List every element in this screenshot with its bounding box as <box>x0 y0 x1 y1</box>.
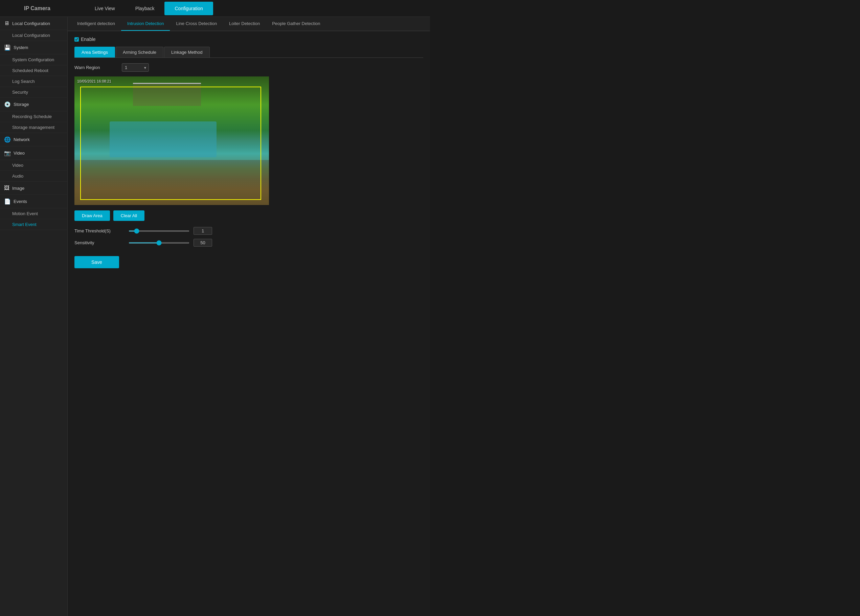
action-buttons: Draw Area Clear All <box>74 210 423 221</box>
sensitivity-value[interactable]: 50 <box>193 239 212 247</box>
tab-intrusion-detection[interactable]: Intrusion Detection <box>121 17 170 31</box>
warn-region-row: Warn Region 1 2 3 4 <box>74 63 423 72</box>
save-button[interactable]: Save <box>74 256 119 268</box>
sidebar-item-log-search[interactable]: Log Search <box>0 76 67 87</box>
nav-playback[interactable]: Playback <box>125 2 165 15</box>
camera-background: 10/05/2021 16:08:21 <box>74 77 269 205</box>
sidebar-section-label-video: Video <box>14 150 25 155</box>
time-threshold-value[interactable]: 1 <box>193 227 212 235</box>
sidebar-section-video[interactable]: 📷 Video <box>0 146 67 160</box>
camera-timestamp: 10/05/2021 16:08:21 <box>77 79 111 83</box>
sidebar-section-events[interactable]: 📄 Events <box>0 195 67 208</box>
sidebar-item-security[interactable]: Security <box>0 87 67 98</box>
sensitivity-slider-container: 50 <box>129 239 212 247</box>
sidebar-item-motion-event[interactable]: Motion Event <box>0 208 67 219</box>
sidebar-item-audio[interactable]: Audio <box>0 171 67 182</box>
sidebar-section-label-local: Local Configuration <box>12 21 50 26</box>
enable-row: Enable <box>74 36 423 42</box>
enable-label[interactable]: Enable <box>81 36 96 42</box>
sidebar-item-system-configuration[interactable]: System Configuration <box>0 55 67 65</box>
tab-line-cross-detection[interactable]: Line Cross Detection <box>170 17 223 31</box>
inner-tab-linkage-method[interactable]: Linkage Method <box>164 47 210 58</box>
sub-tabs: Intelligent detection Intrusion Detectio… <box>67 17 430 31</box>
network-icon: 🌐 <box>4 136 11 143</box>
sidebar-item-smart-event[interactable]: Smart Event <box>0 219 67 230</box>
sidebar-item-scheduled-reboot[interactable]: Scheduled Reboot <box>0 65 67 76</box>
sidebar: 🖥 Local Configuration Local Configuratio… <box>0 17 67 616</box>
warn-region-label: Warn Region <box>74 65 122 70</box>
sidebar-item-video[interactable]: Video <box>0 160 67 171</box>
sidebar-item-local-configuration[interactable]: Local Configuration <box>0 30 67 41</box>
tab-people-gather-detection[interactable]: People Gather Detection <box>266 17 326 31</box>
monitor-icon: 🖥 <box>4 20 9 27</box>
time-threshold-label: Time Threshold(S) <box>74 228 129 234</box>
events-icon: 📄 <box>4 198 11 205</box>
system-icon: 💾 <box>4 44 11 51</box>
header: IP Camera Live View Playback Configurati… <box>0 0 430 17</box>
sidebar-section-storage[interactable]: 💿 Storage <box>0 98 67 111</box>
time-threshold-row: Time Threshold(S) 1 <box>74 227 423 235</box>
app-title: IP Camera <box>3 5 71 11</box>
main-layout: 🖥 Local Configuration Local Configuratio… <box>0 17 430 616</box>
inner-tabs: Area Settings Arming Schedule Linkage Me… <box>74 47 423 58</box>
sidebar-section-image[interactable]: 🖼 Image <box>0 182 67 195</box>
storage-icon: 💿 <box>4 101 11 108</box>
sidebar-section-local-configuration[interactable]: 🖥 Local Configuration <box>0 17 67 30</box>
sidebar-section-network[interactable]: 🌐 Network <box>0 133 67 146</box>
tab-loiter-detection[interactable]: Loiter Detection <box>223 17 266 31</box>
sidebar-section-label-system: System <box>14 45 28 50</box>
inner-tab-area-settings[interactable]: Area Settings <box>74 47 115 58</box>
inner-tab-arming-schedule[interactable]: Arming Schedule <box>116 47 163 58</box>
warn-region-select[interactable]: 1 2 3 4 <box>122 63 149 72</box>
camera-feed: 10/05/2021 16:08:21 <box>74 77 269 205</box>
time-threshold-slider[interactable] <box>129 230 190 232</box>
sensitivity-row: Sensitivity 50 <box>74 239 423 247</box>
nav-configuration[interactable]: Configuration <box>165 2 213 15</box>
header-nav: Live View Playback Configuration <box>85 2 213 15</box>
time-threshold-slider-container: 1 <box>129 227 212 235</box>
sidebar-section-system[interactable]: 💾 System <box>0 41 67 55</box>
draw-area-button[interactable]: Draw Area <box>74 210 110 221</box>
sidebar-section-label-image: Image <box>12 186 24 191</box>
sidebar-section-label-storage: Storage <box>14 102 29 107</box>
clear-all-button[interactable]: Clear All <box>113 210 144 221</box>
sidebar-item-recording-schedule[interactable]: Recording Schedule <box>0 111 67 122</box>
image-icon: 🖼 <box>4 185 9 191</box>
warn-region-select-wrapper: 1 2 3 4 <box>122 63 149 72</box>
sensitivity-label: Sensitivity <box>74 240 129 245</box>
sensitivity-slider[interactable] <box>129 242 190 244</box>
content-area: Enable Area Settings Arming Schedule Lin… <box>67 31 430 274</box>
enable-checkbox[interactable] <box>74 37 79 42</box>
video-icon: 📷 <box>4 150 11 156</box>
sidebar-section-label-events: Events <box>14 199 27 204</box>
nav-live-view[interactable]: Live View <box>85 2 125 15</box>
main-content: Intelligent detection Intrusion Detectio… <box>67 17 430 616</box>
sidebar-item-storage-management[interactable]: Storage management <box>0 122 67 133</box>
tab-intelligent-detection[interactable]: Intelligent detection <box>71 17 121 31</box>
sidebar-section-label-network: Network <box>14 137 30 142</box>
